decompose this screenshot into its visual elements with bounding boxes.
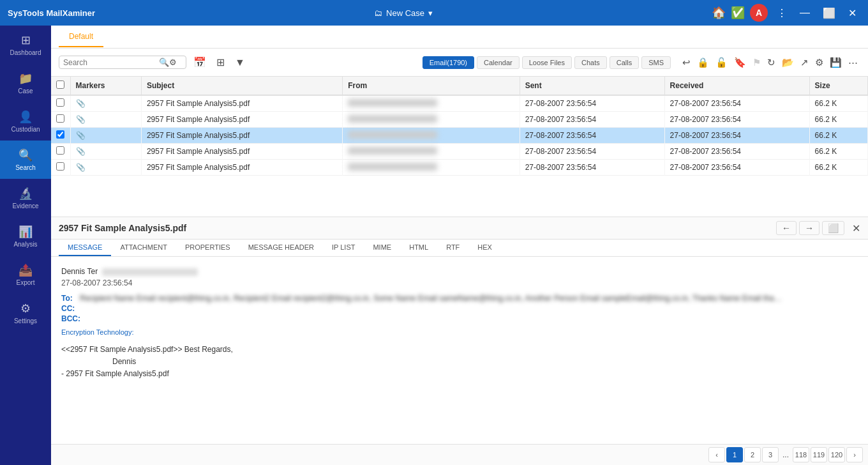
preview-close-button[interactable]: ✕ (852, 222, 860, 234)
filter-tab-loose-files[interactable]: Loose Files (522, 56, 572, 69)
filter-tab-email[interactable]: Email(1790) (423, 56, 474, 69)
email-table-container: Markers Subject From Sent Received Size … (51, 77, 868, 217)
case-indicator[interactable]: 🗂 New Case ▾ (374, 8, 433, 18)
unlock-button[interactable]: 🔓 (713, 56, 730, 70)
preview-tab-attachment[interactable]: ATTACHMENT (111, 240, 176, 256)
filter-button[interactable]: ▼ (232, 56, 248, 70)
pagination-page-2[interactable]: 2 (744, 447, 761, 462)
sidebar-item-custodian[interactable]: 👤 Custodian (0, 102, 51, 141)
row-subject[interactable]: 2957 Fit Sample Analysis5.pdf (141, 144, 342, 160)
row-subject[interactable]: 2957 Fit Sample Analysis5.pdf (141, 128, 342, 144)
row-checkbox-cell[interactable] (51, 144, 70, 160)
flag-button[interactable]: ⚑ (750, 56, 763, 70)
user-avatar[interactable]: A (750, 4, 768, 22)
row-subject[interactable]: 2957 Fit Sample Analysis5.pdf (141, 95, 342, 112)
sidebar-item-analysis[interactable]: 📊 Analysis (0, 217, 51, 255)
row-from (343, 144, 520, 160)
table-row[interactable]: 📎 2957 Fit Sample Analysis5.pdf 27-08-20… (51, 160, 868, 176)
sidebar-item-dashboard[interactable]: ⊞ Dashboard (0, 26, 51, 64)
more-button[interactable]: ⋯ (846, 56, 860, 70)
row-checkbox-cell[interactable] (51, 160, 70, 176)
row-subject[interactable]: 2957 Fit Sample Analysis5.pdf (141, 112, 342, 128)
calendar-view-button[interactable]: 📅 (190, 55, 209, 70)
row-received: 27-08-2007 23:56:54 (664, 112, 809, 128)
sidebar-item-settings[interactable]: ⚙ Settings (0, 294, 51, 332)
gear-button[interactable]: ⚙ (812, 56, 826, 70)
preview-tab-html[interactable]: HTML (400, 240, 437, 256)
row-checkbox[interactable] (56, 114, 64, 123)
preview-expand-button[interactable]: ⬜ (822, 221, 844, 235)
preview-tab-hex[interactable]: HEX (468, 240, 501, 256)
select-all-checkbox[interactable] (56, 80, 64, 89)
row-checkbox[interactable] (56, 98, 64, 107)
row-subject[interactable]: 2957 Fit Sample Analysis5.pdf (141, 160, 342, 176)
filter-tab-chats[interactable]: Chats (574, 56, 607, 69)
tab-default[interactable]: Default (59, 27, 103, 47)
row-checkbox-cell[interactable] (51, 112, 70, 128)
search-settings-button[interactable]: ⚙ (169, 57, 177, 67)
sidebar-item-evidence[interactable]: 🔬 Evidence (0, 179, 51, 217)
sidebar-item-case[interactable]: 📁 Case (0, 64, 51, 102)
pagination-page-3[interactable]: 3 (762, 447, 779, 462)
table-row[interactable]: 📎 2957 Fit Sample Analysis5.pdf 27-08-20… (51, 112, 868, 128)
folder-button[interactable]: 📂 (779, 56, 797, 70)
home-button[interactable]: 🏠 (712, 6, 726, 20)
sidebar-item-export[interactable]: 📤 Export (0, 255, 51, 294)
preview-tab-ip-list[interactable]: IP LIST (323, 240, 364, 256)
preview-tab-message[interactable]: MESSAGE (59, 240, 111, 256)
table-row[interactable]: 📎 2957 Fit Sample Analysis5.pdf 27-08-20… (51, 128, 868, 144)
email-to-line: To: Recipient Name Email recipient@thing… (61, 294, 858, 303)
preview-tab-mime[interactable]: MIME (364, 240, 400, 256)
email-from-address (102, 268, 198, 276)
maximize-button[interactable]: ⬜ (819, 6, 839, 20)
row-checkbox[interactable] (56, 130, 64, 139)
pagination-page-118[interactable]: 118 (793, 447, 809, 462)
search-submit-button[interactable]: 🔍 (159, 57, 169, 67)
filter-tab-sms[interactable]: SMS (641, 56, 671, 69)
case-dropdown-icon[interactable]: ▾ (428, 8, 433, 18)
analysis-icon: 📊 (19, 225, 33, 239)
email-table: Markers Subject From Sent Received Size … (51, 77, 868, 176)
pagination-prev-button[interactable]: ‹ (708, 447, 725, 462)
preview-tab-message-header[interactable]: MESSAGE HEADER (239, 240, 323, 256)
preview-next-button[interactable]: → (799, 221, 819, 235)
share-button[interactable]: ↗ (798, 56, 811, 70)
minimize-button[interactable]: — (796, 6, 814, 20)
reply-button[interactable]: ↩ (680, 56, 693, 70)
table-row[interactable]: 📎 2957 Fit Sample Analysis5.pdf 27-08-20… (51, 95, 868, 112)
pagination-page-120[interactable]: 120 (828, 447, 845, 462)
preview-tab-properties[interactable]: PROPERTIES (176, 240, 239, 256)
select-all-header[interactable] (51, 77, 70, 95)
email-body-line1: <<2957 Fit Sample Analysis5.pdf>> Best R… (61, 344, 858, 356)
bookmark-button[interactable]: 🔖 (731, 56, 749, 70)
filter-tab-calls[interactable]: Calls (610, 56, 639, 69)
row-checkbox-cell[interactable] (51, 95, 70, 112)
pagination-page-1[interactable]: 1 (726, 447, 743, 462)
refresh-button[interactable]: ↻ (765, 56, 778, 70)
row-checkbox[interactable] (56, 162, 64, 171)
sidebar: ⊞ Dashboard 📁 Case 👤 Custodian 🔍 Search … (0, 26, 51, 465)
close-button[interactable]: ✕ (844, 6, 860, 20)
row-checkbox[interactable] (56, 146, 64, 155)
search-input[interactable] (63, 58, 159, 67)
sidebar-label-search: Search (15, 164, 36, 171)
search-box[interactable]: 🔍 ⚙ (59, 56, 186, 69)
pagination-page-119[interactable]: 119 (811, 447, 827, 462)
row-checkbox-cell[interactable] (51, 128, 70, 144)
email-date: 27-08-2007 23:56:54 (61, 278, 858, 287)
lock-button[interactable]: 🔒 (694, 56, 712, 70)
toolbar: 🔍 ⚙ 📅 ⊞ ▼ Email(1790) Calendar Loose Fil… (51, 49, 868, 77)
encryption-label: Encryption Technology: (61, 328, 858, 336)
filter-tab-calendar[interactable]: Calendar (477, 56, 520, 69)
row-marker: 📎 (70, 128, 141, 144)
preview-tab-rtf[interactable]: RTF (437, 240, 468, 256)
menu-button[interactable]: ⋮ (773, 6, 791, 20)
table-view-button[interactable]: ⊞ (213, 55, 228, 70)
pagination: ‹ 1 2 3 ... 118 119 120 › (51, 444, 868, 465)
pagination-next-button[interactable]: › (846, 447, 863, 462)
table-row[interactable]: 📎 2957 Fit Sample Analysis5.pdf 27-08-20… (51, 144, 868, 160)
save-button[interactable]: 💾 (827, 56, 844, 70)
row-from-blurred (348, 131, 437, 139)
sidebar-item-search[interactable]: 🔍 Search (0, 141, 51, 179)
preview-prev-button[interactable]: ← (776, 221, 797, 235)
